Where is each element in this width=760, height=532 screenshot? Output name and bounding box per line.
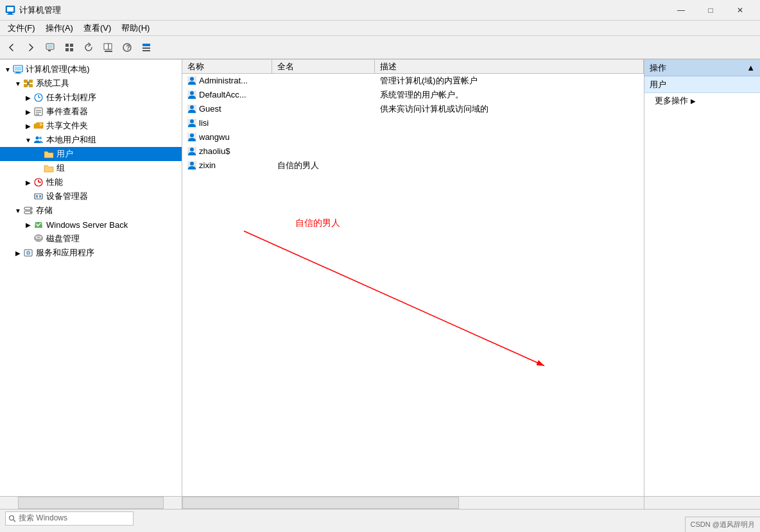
svg-rect-15 [142,44,150,46]
menu-help[interactable]: 帮助(H) [116,21,155,35]
tree-item-backup[interactable]: ▶ Windows Server Back [0,218,182,232]
cell-name-4: wangwu [182,132,272,142]
svg-rect-2 [8,13,12,14]
tree-item-local-users[interactable]: ▼ 本地用户和组 [0,133,182,147]
column-headers: 名称 全名 描述 [182,60,644,74]
toolbar: ? [0,36,760,59]
tree-label-storage: 存储 [36,205,53,216]
tree-label-local-users: 本地用户和组 [46,134,96,146]
tree-label-services: 服务和应用程序 [36,247,94,259]
svg-rect-9 [70,48,73,51]
maximize-button[interactable]: □ [696,0,725,21]
tree-item-share[interactable]: ▶ 共享文件夹 [0,119,182,133]
list-item[interactable]: lisi [182,116,644,130]
refresh-button[interactable] [80,39,98,56]
view-button[interactable] [60,39,78,56]
close-button[interactable]: ✕ [725,0,755,21]
svg-rect-37 [35,194,42,199]
user-avatar-icon [187,119,196,128]
mid-scrollbar[interactable] [182,497,644,509]
tree-item-services[interactable]: ▶ 服务和应用程序 [0,246,182,260]
event-icon [33,107,44,117]
svg-point-43 [30,212,31,213]
user-avatar-icon [187,133,196,142]
svg-point-64 [10,515,14,520]
up-button[interactable] [41,39,59,56]
user-avatar-icon [187,161,196,170]
user-avatar-icon [187,147,196,156]
menu-file[interactable]: 文件(F) [3,21,40,35]
tree-label-task: 任务计划程序 [46,92,96,103]
cell-name-5: zhaoliu$ [182,146,272,156]
cell-desc-1: 系统管理的用户帐户。 [375,89,644,101]
window-controls: — □ ✕ [666,0,755,21]
search-icon [8,515,16,522]
perf-icon [33,177,44,187]
tree-label-groups: 组 [56,162,65,174]
more-actions-item[interactable]: 更多操作 ▶ [644,93,760,108]
back-button[interactable] [3,39,21,56]
tree-item-perf[interactable]: ▶ 性能 [0,175,182,189]
expand-arrow-services: ▶ [13,250,23,257]
svg-line-65 [13,520,15,522]
svg-rect-5 [48,45,53,48]
expand-arrow-users: ▼ [23,137,33,144]
svg-rect-19 [15,67,21,71]
svg-point-46 [37,237,40,239]
tools-icon [23,78,33,89]
export-button[interactable] [99,39,117,56]
tree-label-users: 用户 [56,148,73,160]
window-title: 计算机管理 [19,4,666,16]
tree-label-event: 事件查看器 [46,106,88,117]
tree-item-root[interactable]: ▼ 计算机管理(本地) [0,62,182,76]
svg-rect-1 [7,7,13,12]
tree-item-event[interactable]: ▶ 事件查看器 [0,105,182,119]
svg-rect-20 [16,72,20,73]
svg-rect-17 [142,50,150,51]
svg-point-49 [28,252,29,253]
task-icon [33,92,44,103]
search-box[interactable]: 搜索 Windows [5,511,134,526]
forward-button[interactable] [22,39,40,56]
svg-point-61 [190,148,194,151]
tree-item-groups[interactable]: 组 [0,161,182,175]
status-bar: 搜索 Windows [0,509,760,527]
actions-section-label: 用户 [650,79,666,90]
list-item[interactable]: DefaultAcc... 系统管理的用户帐户。 [182,88,644,102]
svg-rect-38 [36,195,38,198]
tree-item-system-tools[interactable]: ▼ 系统工具 [0,76,182,90]
cell-name-2: Guest [182,104,272,114]
tree-item-storage[interactable]: ▼ 存储 [0,203,182,218]
col-header-name[interactable]: 名称 [182,60,272,73]
left-panel: ▼ 计算机管理(本地) ▼ [0,60,182,496]
menu-action[interactable]: 操作(A) [40,21,78,35]
details-button[interactable] [137,39,155,56]
left-scrollbar[interactable] [0,497,182,509]
tree-item-users[interactable]: 用户 [0,147,182,161]
tree-label-backup: Windows Server Back [46,220,128,230]
col-header-desc[interactable]: 描述 [375,60,644,73]
svg-point-34 [36,137,39,140]
minimize-button[interactable]: — [666,0,696,21]
tree-item-task[interactable]: ▶ 任务计划程序 [0,90,182,105]
cell-name-6: zixin [182,160,272,170]
list-item[interactable]: zixin 自信的男人 [182,159,644,173]
middle-panel: 名称 全名 描述 Administrat... 管理计算机(域)的内置帐户 [182,60,644,496]
help-button[interactable]: ? [118,39,136,56]
list-item[interactable]: Administrat... 管理计算机(域)的内置帐户 [182,74,644,88]
menu-view[interactable]: 查看(V) [78,21,116,35]
col-header-fullname[interactable]: 全名 [272,60,375,73]
list-item[interactable]: zhaoliu$ [182,144,644,159]
svg-point-51 [190,77,194,81]
disk-icon [33,234,44,244]
device-icon [33,191,44,202]
folder-users-icon [44,149,54,159]
svg-rect-8 [65,48,69,51]
tree-item-disk[interactable]: 磁盘管理 [0,232,182,246]
app-icon [5,5,15,15]
tree-item-device[interactable]: 设备管理器 [0,189,182,203]
svg-text:?: ? [126,44,130,51]
list-item[interactable]: Guest 供来宾访问计算机或访问域的 [182,102,644,116]
cell-desc-2: 供来宾访问计算机或访问域的 [375,103,644,115]
list-item[interactable]: wangwu [182,130,644,144]
